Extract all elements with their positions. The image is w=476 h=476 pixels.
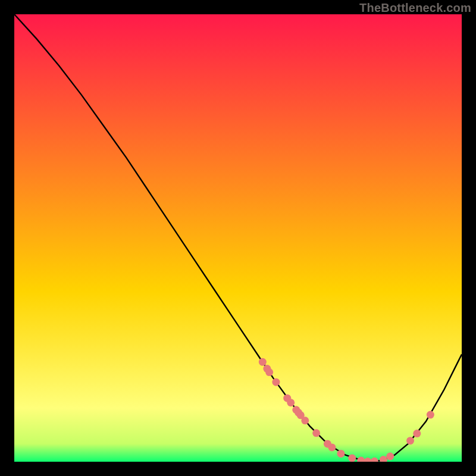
data-point xyxy=(301,416,309,424)
bottleneck-chart xyxy=(14,14,462,462)
data-point xyxy=(386,452,394,460)
data-point xyxy=(427,411,434,419)
data-point xyxy=(259,358,267,366)
data-point xyxy=(287,399,295,406)
data-point xyxy=(413,430,421,437)
data-point xyxy=(406,437,414,444)
watermark-text: TheBottleneck.com xyxy=(359,1,471,15)
data-point xyxy=(272,378,280,386)
data-point xyxy=(348,454,356,462)
gradient-background xyxy=(14,14,462,462)
data-point xyxy=(337,450,345,458)
data-point xyxy=(265,368,273,376)
chart-frame xyxy=(14,14,462,462)
data-point xyxy=(312,429,320,437)
data-point xyxy=(328,443,336,451)
